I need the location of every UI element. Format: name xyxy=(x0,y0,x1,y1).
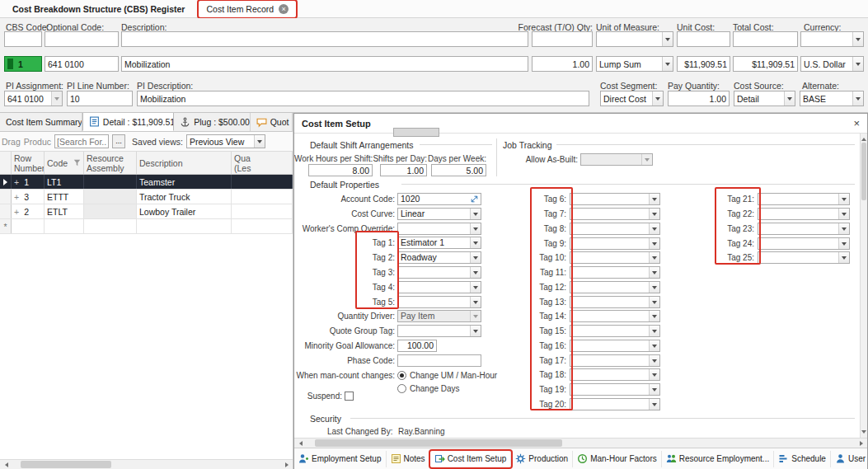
chevron-down-icon[interactable] xyxy=(470,326,481,336)
tag-dropdown[interactable] xyxy=(570,281,660,293)
saved-views-dropdown[interactable]: Previous View xyxy=(186,134,265,148)
tag-dropdown[interactable] xyxy=(570,223,660,235)
chevron-down-icon[interactable] xyxy=(662,32,673,46)
optional-code-input[interactable] xyxy=(45,31,119,47)
tag-dropdown[interactable] xyxy=(570,193,660,205)
row-expander[interactable] xyxy=(7,59,13,69)
radio-change-um[interactable] xyxy=(397,371,406,380)
pi-assignment-dropdown[interactable]: 641 0100 xyxy=(4,91,63,106)
unit-cost-cell[interactable]: $11,909.51 xyxy=(677,56,730,72)
tag-dropdown[interactable] xyxy=(570,325,660,337)
tab-user-defined[interactable]: User Defined xyxy=(831,451,867,467)
chevron-down-icon[interactable] xyxy=(470,209,481,219)
chevron-down-icon[interactable] xyxy=(649,194,659,204)
tab-plug[interactable]: Plug : $500.00 xyxy=(174,113,250,131)
tag-dropdown[interactable] xyxy=(570,310,660,322)
chevron-down-icon[interactable] xyxy=(649,340,659,351)
tab-production[interactable]: Production xyxy=(511,451,573,467)
horizontal-scrollbar[interactable] xyxy=(294,438,867,448)
scroll-thumb[interactable] xyxy=(315,439,562,447)
search-options-button[interactable]: ... xyxy=(112,134,125,148)
search-input[interactable] xyxy=(54,134,109,148)
tag-dropdown[interactable] xyxy=(570,354,660,367)
chevron-down-icon[interactable] xyxy=(784,91,795,106)
scroll-thumb[interactable] xyxy=(21,461,111,468)
chevron-down-icon[interactable] xyxy=(470,267,481,278)
tab-quote[interactable]: Quot xyxy=(251,113,293,131)
shifts-per-day-field[interactable]: 1.00 xyxy=(380,164,427,176)
table-row-selected[interactable]: +1 LT1 Teamster xyxy=(0,175,293,190)
tag-dropdown[interactable] xyxy=(570,237,660,250)
table-row[interactable]: +3 ETTT Tractor Truck xyxy=(0,190,293,204)
resource-assembly-cell[interactable] xyxy=(84,190,137,204)
cbs-code-input[interactable] xyxy=(4,31,42,47)
scroll-up-button[interactable] xyxy=(861,134,867,143)
days-per-week-field[interactable]: 5.00 xyxy=(431,164,486,176)
table-row[interactable]: +2 ETLT Lowboy Trailer xyxy=(0,204,293,219)
tag-dropdown[interactable] xyxy=(570,251,660,264)
expand-icon[interactable] xyxy=(471,195,478,203)
tag-dropdown[interactable] xyxy=(570,208,660,220)
chevron-down-icon[interactable] xyxy=(649,399,659,410)
chevron-down-icon[interactable] xyxy=(649,355,659,366)
tag-dropdown[interactable] xyxy=(570,398,660,410)
chevron-down-icon[interactable] xyxy=(649,311,659,321)
tag-4-dropdown[interactable] xyxy=(397,281,481,293)
cost-source-dropdown[interactable]: Detail xyxy=(734,91,795,106)
chevron-down-icon[interactable] xyxy=(649,267,659,278)
cost-segment-dropdown[interactable]: Direct Cost xyxy=(600,91,664,106)
description-cell[interactable]: Mobilization xyxy=(121,56,528,72)
chevron-down-icon[interactable] xyxy=(838,194,849,204)
horizontal-scrollbar[interactable] xyxy=(0,459,293,469)
cbs-code-cell[interactable]: 1 xyxy=(4,56,42,72)
tab-notes[interactable]: Notes xyxy=(387,451,430,467)
chevron-down-icon[interactable] xyxy=(649,209,659,219)
tag-dropdown[interactable] xyxy=(570,296,660,308)
tab-resource-employment[interactable]: Resource Employment... xyxy=(662,451,775,467)
tab-schedule[interactable]: Schedule xyxy=(774,451,831,467)
resource-assembly-cell[interactable] xyxy=(84,175,137,189)
phase-code-field[interactable] xyxy=(397,354,481,367)
chevron-down-icon[interactable] xyxy=(652,91,663,106)
tag-2-dropdown[interactable]: Roadway xyxy=(397,251,481,264)
chevron-down-icon[interactable] xyxy=(649,326,659,336)
scroll-track[interactable] xyxy=(10,460,283,469)
filter-icon[interactable] xyxy=(73,159,81,166)
chevron-down-icon[interactable] xyxy=(852,91,863,106)
alternate-dropdown[interactable]: BASE xyxy=(800,91,864,106)
expand-icon[interactable]: + xyxy=(14,207,19,217)
vertical-scrollbar[interactable] xyxy=(860,134,867,438)
tab-employment-setup[interactable]: Employment Setup xyxy=(294,451,387,467)
chevron-down-icon[interactable] xyxy=(852,32,863,46)
tag-dropdown[interactable] xyxy=(758,237,850,250)
scroll-thumb[interactable] xyxy=(861,143,866,200)
tab-cost-item-summary[interactable]: Cost Item Summary xyxy=(0,113,82,131)
tag-dropdown[interactable] xyxy=(758,251,850,264)
total-cost-input[interactable] xyxy=(733,31,798,47)
chevron-down-icon[interactable] xyxy=(662,57,673,71)
scroll-right-button[interactable] xyxy=(283,460,293,469)
optional-code-cell[interactable]: 641 0100 xyxy=(45,56,119,72)
table-row-new[interactable]: * xyxy=(0,219,293,234)
chevron-down-icon[interactable] xyxy=(838,252,849,263)
chevron-down-icon[interactable] xyxy=(470,282,481,293)
tab-man-hour-factors[interactable]: Man-Hour Factors xyxy=(573,451,662,467)
close-icon[interactable]: × xyxy=(853,117,860,129)
currency-cell[interactable]: U.S. Dollar xyxy=(800,56,864,72)
suspend-checkbox[interactable] xyxy=(345,392,354,401)
total-cost-cell[interactable]: $11,909.51 xyxy=(733,56,798,72)
chevron-down-icon[interactable] xyxy=(838,223,849,234)
minority-goal-field[interactable]: 100.00 xyxy=(397,340,437,352)
scroll-down-button[interactable] xyxy=(861,429,867,438)
quote-group-dropdown[interactable] xyxy=(397,325,481,337)
tag-dropdown[interactable] xyxy=(758,193,850,205)
chevron-down-icon[interactable] xyxy=(649,252,659,263)
uom-cell[interactable]: Lump Sum xyxy=(596,56,673,72)
uom-dropdown[interactable] xyxy=(596,31,673,47)
resource-assembly-cell[interactable] xyxy=(84,204,137,218)
chevron-down-icon[interactable] xyxy=(649,297,659,307)
chevron-down-icon[interactable] xyxy=(649,282,659,293)
column-quantity[interactable]: Qua(Les xyxy=(232,152,293,174)
chevron-down-icon[interactable] xyxy=(838,209,849,219)
chevron-down-icon[interactable] xyxy=(254,135,265,148)
